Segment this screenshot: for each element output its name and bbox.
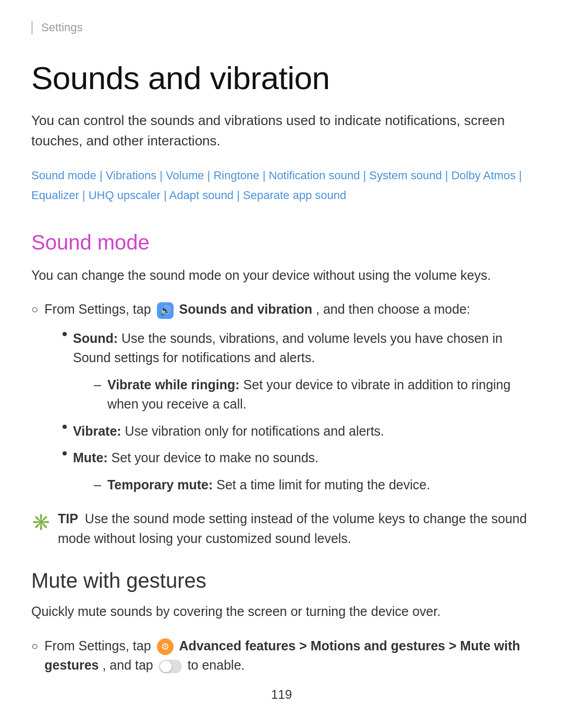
vibrate-ringing-bold: Vibrate while ringing:	[107, 377, 240, 392]
mute-gestures-prefix: From Settings, tap	[44, 638, 154, 653]
tip-content: TIP Use the sound mode setting instead o…	[58, 509, 532, 548]
mute-desc: Set your device to make no sounds.	[112, 450, 319, 465]
sound-desc: Use the sounds, vibrations, and volume l…	[73, 331, 503, 365]
bullet-dash-vibrate-ringing: –	[94, 375, 101, 395]
sound-item-text: Sound: Use the sounds, vibrations, and v…	[73, 329, 532, 368]
nav-link-system-sound[interactable]: System sound	[369, 169, 442, 182]
toggle-icon	[159, 660, 182, 673]
bullet-o-icon: ○	[31, 301, 38, 318]
nav-link-vibrations[interactable]: Vibrations	[106, 169, 156, 182]
breadcrumb-text: Settings	[41, 21, 83, 34]
sound-bold: Sound:	[73, 331, 118, 346]
nav-link-volume[interactable]: Volume	[166, 169, 204, 182]
nav-links: Sound mode | Vibrations | Volume | Ringt…	[31, 166, 532, 205]
page-number: 119	[0, 687, 563, 702]
sound-mode-list: ○ From Settings, tap Sounds and vibratio…	[31, 300, 532, 495]
temp-mute-bold: Temporary mute:	[107, 477, 213, 492]
tip-icon: ✳️	[31, 510, 51, 534]
settings-app-icon	[157, 638, 174, 655]
vibrate-item: Vibrate: Use vibration only for notifica…	[63, 422, 532, 441]
tip-text: Use the sound mode setting instead of th…	[58, 511, 527, 546]
mute-item-text: Mute: Set your device to make no sounds.	[73, 448, 319, 468]
bullet-dot-mute	[63, 451, 67, 455]
sound-item: Sound: Use the sounds, vibrations, and v…	[63, 329, 532, 368]
mute-gestures-from-settings: ○ From Settings, tap Advanced features >…	[31, 636, 532, 675]
bullet-dash-temp-mute: –	[94, 475, 101, 495]
sounds-app-icon	[157, 302, 174, 319]
nav-link-dolby-atmos[interactable]: Dolby Atmos	[451, 169, 516, 182]
page-title: Sounds and vibration	[31, 60, 532, 96]
nav-link-equalizer[interactable]: Equalizer	[31, 189, 79, 202]
from-settings-prefix: From Settings, tap	[44, 302, 154, 316]
mute-item: Mute: Set your device to make no sounds.	[63, 448, 532, 468]
nav-link-sound-mode[interactable]: Sound mode	[31, 169, 96, 182]
mute-gestures-instruction: From Settings, tap Advanced features > M…	[44, 636, 532, 675]
nav-link-separate-app-sound[interactable]: Separate app sound	[243, 189, 346, 202]
temp-mute-text: Temporary mute: Set a time limit for mut…	[107, 475, 430, 495]
temp-mute-desc: Set a time limit for muting the device.	[216, 477, 430, 492]
temp-mute-item: – Temporary mute: Set a time limit for m…	[94, 475, 532, 495]
vibrate-ringing-text: Vibrate while ringing: Set your device t…	[107, 375, 532, 414]
from-settings-text: From Settings, tap Sounds and vibration …	[44, 300, 470, 319]
nav-link-ringtone[interactable]: Ringtone	[213, 169, 259, 182]
mute-gestures-intro: Quickly mute sounds by covering the scre…	[31, 602, 532, 622]
page-container: Settings Sounds and vibration You can co…	[0, 0, 563, 728]
vibrate-desc: Use vibration only for notifications and…	[125, 424, 384, 438]
from-settings-suffix: , and then choose a mode:	[316, 302, 470, 316]
tip-word: TIP	[58, 511, 78, 526]
sound-mode-intro: You can change the sound mode on your de…	[31, 266, 532, 286]
mute-gestures-end: to enable.	[188, 658, 245, 672]
sound-mode-section: Sound mode You can change the sound mode…	[31, 231, 532, 549]
mute-gestures-section: Mute with gestures Quickly mute sounds b…	[31, 569, 532, 675]
bullet-o-mute-gestures: ○	[31, 637, 38, 655]
mute-gestures-suffix: , and tap	[102, 658, 156, 672]
from-settings-item: ○ From Settings, tap Sounds and vibratio…	[31, 300, 532, 319]
mute-gestures-title: Mute with gestures	[31, 569, 532, 593]
vibrate-ringing-item: – Vibrate while ringing: Set your device…	[94, 375, 532, 414]
tip-box: ✳️ TIP Use the sound mode setting instea…	[31, 509, 532, 548]
nav-link-notification-sound[interactable]: Notification sound	[268, 169, 360, 182]
bullet-dot-sound	[63, 332, 67, 336]
vibrate-item-text: Vibrate: Use vibration only for notifica…	[73, 422, 384, 441]
sound-mode-title: Sound mode	[31, 231, 532, 254]
sounds-bold-label: Sounds and vibration	[179, 302, 312, 316]
intro-text: You can control the sounds and vibration…	[31, 110, 532, 151]
nav-link-adapt-sound[interactable]: Adapt sound	[169, 189, 234, 202]
mute-gestures-list: ○ From Settings, tap Advanced features >…	[31, 636, 532, 675]
bullet-dot-vibrate	[63, 425, 67, 429]
breadcrumb: Settings	[31, 21, 532, 34]
vibrate-bold: Vibrate:	[73, 424, 121, 438]
mute-bold: Mute:	[73, 450, 108, 465]
nav-link-uhq-upscaler[interactable]: UHQ upscaler	[89, 189, 161, 202]
